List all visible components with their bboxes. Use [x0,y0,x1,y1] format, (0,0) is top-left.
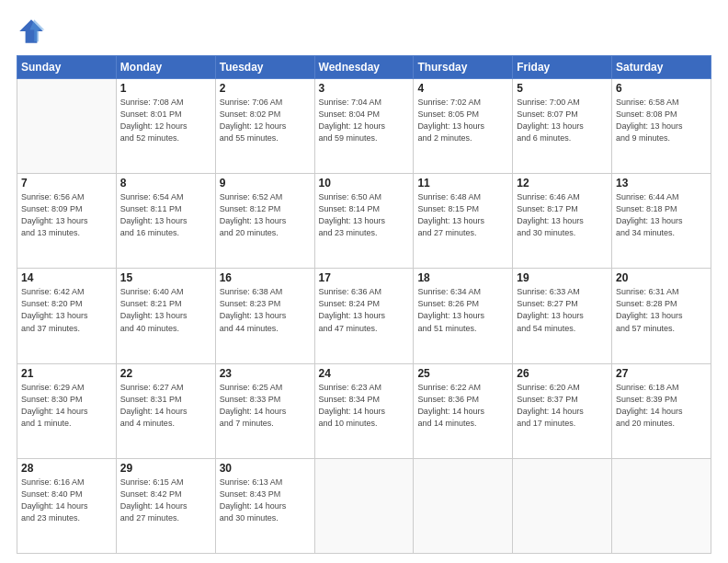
day-info: Sunrise: 6:22 AM Sunset: 8:36 PM Dayligh… [417,382,508,430]
day-cell: 12Sunrise: 6:46 AM Sunset: 8:17 PM Dayli… [513,174,612,269]
day-cell: 10Sunrise: 6:50 AM Sunset: 8:14 PM Dayli… [314,174,414,269]
day-cell: 6Sunrise: 6:58 AM Sunset: 8:08 PM Daylig… [612,79,711,174]
day-cell: 21Sunrise: 6:29 AM Sunset: 8:30 PM Dayli… [17,363,117,458]
day-info: Sunrise: 6:42 AM Sunset: 8:20 PM Dayligh… [21,286,112,334]
day-cell: 18Sunrise: 6:34 AM Sunset: 8:26 PM Dayli… [414,269,513,363]
day-info: Sunrise: 6:58 AM Sunset: 8:08 PM Dayligh… [616,97,707,144]
svg-marker-0 [19,19,43,43]
week-row-2: 7Sunrise: 6:56 AM Sunset: 8:09 PM Daylig… [17,174,711,269]
day-cell: 28Sunrise: 6:16 AM Sunset: 8:40 PM Dayli… [17,458,117,553]
day-info: Sunrise: 6:29 AM Sunset: 8:30 PM Dayligh… [21,382,112,430]
day-info: Sunrise: 6:50 AM Sunset: 8:14 PM Dayligh… [319,191,410,239]
weekday-thursday: Thursday [414,56,513,79]
day-cell: 20Sunrise: 6:31 AM Sunset: 8:28 PM Dayli… [612,269,711,363]
day-info: Sunrise: 7:00 AM Sunset: 8:07 PM Dayligh… [517,97,608,144]
day-info: Sunrise: 6:18 AM Sunset: 8:39 PM Dayligh… [616,382,707,430]
day-number: 22 [120,367,211,380]
day-cell: 5Sunrise: 7:00 AM Sunset: 8:07 PM Daylig… [513,79,612,174]
day-cell: 25Sunrise: 6:22 AM Sunset: 8:36 PM Dayli… [414,363,513,458]
day-number: 21 [21,367,112,380]
day-number: 23 [220,367,311,380]
day-info: Sunrise: 6:20 AM Sunset: 8:37 PM Dayligh… [517,382,608,430]
day-cell [513,458,612,553]
day-info: Sunrise: 7:02 AM Sunset: 8:05 PM Dayligh… [417,97,508,144]
day-info: Sunrise: 6:33 AM Sunset: 8:27 PM Dayligh… [517,286,608,334]
day-number: 10 [319,177,410,190]
day-info: Sunrise: 6:46 AM Sunset: 8:17 PM Dayligh… [517,191,608,239]
weekday-header-row: SundayMondayTuesdayWednesdayThursdayFrid… [17,56,711,79]
week-row-5: 28Sunrise: 6:16 AM Sunset: 8:40 PM Dayli… [17,458,711,553]
day-info: Sunrise: 6:52 AM Sunset: 8:12 PM Dayligh… [220,191,311,239]
day-info: Sunrise: 6:27 AM Sunset: 8:31 PM Dayligh… [120,382,211,430]
day-cell: 1Sunrise: 7:08 AM Sunset: 8:01 PM Daylig… [116,79,215,174]
day-number: 27 [616,367,707,380]
day-info: Sunrise: 7:08 AM Sunset: 8:01 PM Dayligh… [120,97,211,144]
logo [17,17,50,46]
day-number: 1 [120,82,211,95]
day-cell: 3Sunrise: 7:04 AM Sunset: 8:04 PM Daylig… [314,79,414,174]
day-number: 2 [220,82,311,95]
day-cell: 11Sunrise: 6:48 AM Sunset: 8:15 PM Dayli… [414,174,513,269]
day-number: 30 [220,462,311,475]
day-number: 19 [517,271,608,284]
day-info: Sunrise: 6:40 AM Sunset: 8:21 PM Dayligh… [120,286,211,334]
day-info: Sunrise: 6:31 AM Sunset: 8:28 PM Dayligh… [616,286,707,334]
day-number: 29 [120,462,211,475]
day-cell: 23Sunrise: 6:25 AM Sunset: 8:33 PM Dayli… [215,363,314,458]
calendar: SundayMondayTuesdayWednesdayThursdayFrid… [17,55,711,554]
weekday-tuesday: Tuesday [215,56,314,79]
day-cell [414,458,513,553]
day-number: 4 [417,82,508,95]
day-cell: 26Sunrise: 6:20 AM Sunset: 8:37 PM Dayli… [513,363,612,458]
weekday-monday: Monday [116,56,215,79]
day-cell: 30Sunrise: 6:13 AM Sunset: 8:43 PM Dayli… [215,458,314,553]
day-cell: 15Sunrise: 6:40 AM Sunset: 8:21 PM Dayli… [116,269,215,363]
weekday-saturday: Saturday [612,56,711,79]
day-info: Sunrise: 6:15 AM Sunset: 8:42 PM Dayligh… [120,477,211,524]
day-cell: 14Sunrise: 6:42 AM Sunset: 8:20 PM Dayli… [17,269,117,363]
day-info: Sunrise: 7:04 AM Sunset: 8:04 PM Dayligh… [319,97,410,144]
week-row-3: 14Sunrise: 6:42 AM Sunset: 8:20 PM Dayli… [17,269,711,363]
day-cell: 2Sunrise: 7:06 AM Sunset: 8:02 PM Daylig… [215,79,314,174]
day-cell: 9Sunrise: 6:52 AM Sunset: 8:12 PM Daylig… [215,174,314,269]
weekday-wednesday: Wednesday [314,56,414,79]
day-number: 3 [319,82,410,95]
day-info: Sunrise: 6:54 AM Sunset: 8:11 PM Dayligh… [120,191,211,239]
day-cell: 24Sunrise: 6:23 AM Sunset: 8:34 PM Dayli… [314,363,414,458]
day-cell: 7Sunrise: 6:56 AM Sunset: 8:09 PM Daylig… [17,174,117,269]
day-number: 5 [517,82,608,95]
day-number: 8 [120,177,211,190]
weekday-sunday: Sunday [17,56,117,79]
day-info: Sunrise: 6:25 AM Sunset: 8:33 PM Dayligh… [220,382,311,430]
day-number: 26 [517,367,608,380]
logo-icon [17,17,46,46]
page: SundayMondayTuesdayWednesdayThursdayFrid… [0,0,728,563]
day-info: Sunrise: 6:36 AM Sunset: 8:24 PM Dayligh… [319,286,410,334]
day-cell: 19Sunrise: 6:33 AM Sunset: 8:27 PM Dayli… [513,269,612,363]
week-row-1: 1Sunrise: 7:08 AM Sunset: 8:01 PM Daylig… [17,79,711,174]
day-number: 17 [319,271,410,284]
day-cell: 8Sunrise: 6:54 AM Sunset: 8:11 PM Daylig… [116,174,215,269]
day-number: 24 [319,367,410,380]
day-cell: 16Sunrise: 6:38 AM Sunset: 8:23 PM Dayli… [215,269,314,363]
day-info: Sunrise: 6:13 AM Sunset: 8:43 PM Dayligh… [220,477,311,524]
week-row-4: 21Sunrise: 6:29 AM Sunset: 8:30 PM Dayli… [17,363,711,458]
day-number: 6 [616,82,707,95]
day-cell: 4Sunrise: 7:02 AM Sunset: 8:05 PM Daylig… [414,79,513,174]
header [17,17,711,46]
day-info: Sunrise: 6:56 AM Sunset: 8:09 PM Dayligh… [21,191,112,239]
day-info: Sunrise: 6:48 AM Sunset: 8:15 PM Dayligh… [417,191,508,239]
day-number: 12 [517,177,608,190]
weekday-friday: Friday [513,56,612,79]
day-cell: 17Sunrise: 6:36 AM Sunset: 8:24 PM Dayli… [314,269,414,363]
day-info: Sunrise: 6:38 AM Sunset: 8:23 PM Dayligh… [220,286,311,334]
day-cell: 29Sunrise: 6:15 AM Sunset: 8:42 PM Dayli… [116,458,215,553]
day-cell [17,79,117,174]
day-number: 14 [21,271,112,284]
day-cell: 22Sunrise: 6:27 AM Sunset: 8:31 PM Dayli… [116,363,215,458]
day-cell: 27Sunrise: 6:18 AM Sunset: 8:39 PM Dayli… [612,363,711,458]
day-number: 20 [616,271,707,284]
day-number: 18 [417,271,508,284]
day-number: 15 [120,271,211,284]
day-info: Sunrise: 6:16 AM Sunset: 8:40 PM Dayligh… [21,477,112,524]
